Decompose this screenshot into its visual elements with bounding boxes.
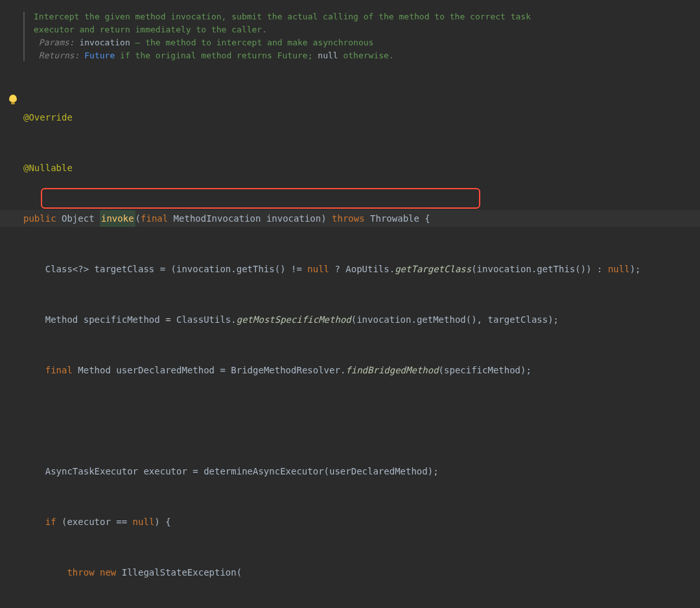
doc-description-line: Intercept the given method invocation, s… bbox=[34, 10, 687, 23]
highlighted-code-line: AsyncTaskExecutor executor = determineAs… bbox=[23, 463, 694, 480]
code-body[interactable]: @Override @Nullable public Object invoke… bbox=[23, 75, 694, 608]
doc-returns-line: Returns: Future if the original method r… bbox=[34, 49, 687, 62]
javadoc-block: Intercept the given method invocation, s… bbox=[23, 10, 687, 62]
annotation-override: @Override bbox=[23, 112, 73, 123]
code-line: throw new IllegalStateException( bbox=[23, 564, 694, 581]
method-signature: public Object invoke(final MethodInvocat… bbox=[0, 210, 700, 227]
code-line: Method specificMethod = ClassUtils.getMo… bbox=[23, 311, 694, 328]
annotation-nullable: @Nullable bbox=[23, 163, 73, 173]
doc-future-link[interactable]: Future bbox=[84, 51, 115, 60]
code-line: if (executor == null) { bbox=[23, 513, 694, 530]
doc-params-line: Params: invocation – the method to inter… bbox=[34, 36, 687, 49]
code-line: final Method userDeclaredMethod = Bridge… bbox=[23, 362, 694, 379]
doc-description-line: executor and return immediately to the c… bbox=[34, 23, 687, 36]
blank-line bbox=[23, 412, 694, 429]
code-editor[interactable]: Intercept the given method invocation, s… bbox=[0, 0, 700, 608]
intention-bulb-icon[interactable] bbox=[9, 95, 18, 104]
code-line: Class<?> targetClass = (invocation.getTh… bbox=[23, 261, 694, 277]
